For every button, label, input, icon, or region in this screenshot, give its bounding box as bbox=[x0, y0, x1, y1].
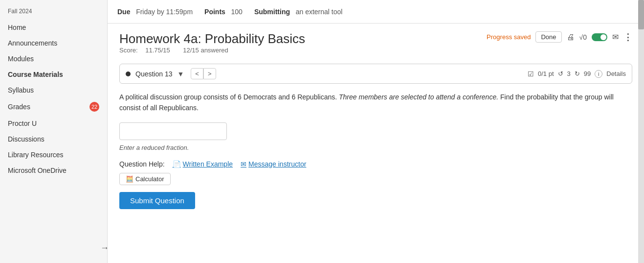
sidebar-item-label: Proctor U bbox=[8, 120, 37, 127]
answer-hint: Enter a reduced fraction. bbox=[119, 144, 632, 151]
sidebar-item-modules[interactable]: Modules bbox=[0, 51, 107, 67]
more-options-icon[interactable]: ⋮ bbox=[623, 32, 632, 43]
sidebar: Fall 2024 Home Announcements Modules Cou… bbox=[0, 0, 108, 263]
question-nav-bar: Question 13 ▼ < > ☑ 0/1 pt ↺ 3 ↻ 99 i De… bbox=[119, 64, 632, 84]
main-content: Due Friday by 11:59pm Points 100 Submitt… bbox=[108, 0, 644, 263]
scroll-track bbox=[638, 0, 644, 263]
formula-icon[interactable]: √0 bbox=[579, 33, 587, 41]
info-icon: i bbox=[595, 70, 602, 78]
sidebar-item-label: Library Resources bbox=[8, 151, 64, 159]
question-nav-left: Question 13 ▼ < > bbox=[126, 68, 216, 79]
sidebar-item-library-resources[interactable]: Library Resources bbox=[0, 147, 107, 163]
sidebar-item-microsoft-onedrive[interactable]: Microsoft OneDrive bbox=[0, 163, 107, 178]
answer-input[interactable] bbox=[119, 122, 227, 140]
sidebar-item-label: Home bbox=[8, 24, 26, 31]
score-text: 0/1 pt bbox=[538, 70, 554, 77]
mail-icon[interactable]: ✉ bbox=[612, 32, 619, 42]
calculator-icon: 🧮 bbox=[126, 175, 133, 183]
prev-question-button[interactable]: < bbox=[191, 68, 203, 79]
points-label: Points bbox=[204, 8, 225, 16]
semester-label: Fall 2024 bbox=[0, 5, 107, 20]
question-text: A political discussion group consists of… bbox=[119, 92, 632, 114]
sidebar-item-label: Announcements bbox=[8, 39, 57, 47]
sidebar-item-discussions[interactable]: Discussions bbox=[0, 131, 107, 147]
calculator-row: 🧮 Calculator bbox=[119, 173, 632, 185]
next-question-button[interactable]: > bbox=[203, 68, 216, 79]
assignment-meta: Score: 11.75/15 12/15 answered bbox=[119, 47, 305, 54]
question-nav-right: ☑ 0/1 pt ↺ 3 ↻ 99 i Details bbox=[528, 70, 626, 78]
question-label: Question 13 bbox=[135, 70, 173, 78]
submitting-value: an external tool bbox=[296, 8, 343, 16]
sidebar-item-syllabus[interactable]: Syllabus bbox=[0, 82, 107, 98]
toggle-switch[interactable] bbox=[592, 33, 607, 41]
top-bar: Due Friday by 11:59pm Points 100 Submitt… bbox=[108, 0, 644, 24]
points-value: 100 bbox=[231, 8, 243, 16]
question-status-dot bbox=[126, 72, 131, 76]
sidebar-collapse-icon[interactable]: →| bbox=[100, 243, 108, 253]
message-instructor-link[interactable]: ✉ Message instructor bbox=[241, 160, 306, 168]
assignment-header: Homework 4a: Probability Basics Score: 1… bbox=[119, 31, 632, 61]
email-icon: ✉ bbox=[241, 160, 246, 168]
done-button[interactable]: Done bbox=[535, 31, 561, 43]
message-instructor-label: Message instructor bbox=[248, 160, 306, 168]
sidebar-item-label: Discussions bbox=[8, 135, 44, 143]
sidebar-item-label: Course Materials bbox=[8, 71, 63, 78]
due-label: Due bbox=[117, 8, 130, 16]
document-icon: 📄 bbox=[173, 160, 181, 168]
assignment-title: Homework 4a: Probability Basics bbox=[119, 31, 305, 47]
details-link[interactable]: Details bbox=[606, 70, 626, 77]
sidebar-item-grades[interactable]: Grades 22 bbox=[0, 98, 107, 116]
scroll-thumb[interactable] bbox=[638, 0, 644, 29]
answered-text: 12/15 answered bbox=[183, 47, 228, 54]
header-tools: Progress saved Done 🖨 √0 ✉ ⋮ bbox=[487, 31, 632, 43]
score-value: 11.75/15 bbox=[145, 47, 170, 54]
sidebar-item-announcements[interactable]: Announcements bbox=[0, 35, 107, 51]
calculator-button[interactable]: 🧮 Calculator bbox=[119, 173, 171, 185]
sidebar-item-course-materials[interactable]: Course Materials bbox=[0, 67, 107, 82]
grades-badge: 22 bbox=[89, 102, 99, 112]
sidebar-item-label: Syllabus bbox=[8, 86, 34, 94]
sidebar-item-label: Grades bbox=[8, 103, 30, 111]
due-value: Friday by 11:59pm bbox=[136, 8, 193, 16]
sidebar-item-label: Modules bbox=[8, 55, 34, 63]
sidebar-item-home[interactable]: Home bbox=[0, 20, 107, 35]
progress-saved-text: Progress saved bbox=[487, 33, 531, 41]
retries-count: 3 bbox=[567, 70, 571, 77]
sidebar-item-proctor-u[interactable]: Proctor U bbox=[0, 116, 107, 131]
question-help-row: Question Help: 📄 Written Example ✉ Messa… bbox=[119, 160, 632, 168]
sidebar-item-label: Microsoft OneDrive bbox=[8, 167, 67, 174]
retry-icon: ↺ bbox=[558, 70, 563, 77]
print-icon[interactable]: 🖨 bbox=[567, 33, 575, 42]
assignment-content: Homework 4a: Probability Basics Score: 1… bbox=[108, 24, 644, 263]
written-example-label: Written Example bbox=[183, 160, 233, 168]
checkbox-icon: ☑ bbox=[528, 70, 534, 78]
question-help-label: Question Help: bbox=[119, 160, 165, 168]
written-example-link[interactable]: 📄 Written Example bbox=[173, 160, 233, 168]
attempts-icon: ↻ bbox=[575, 70, 580, 77]
submitting-label: Submitting bbox=[254, 8, 290, 16]
attempts-count: 99 bbox=[584, 70, 591, 77]
score-label: Score: bbox=[119, 47, 138, 54]
calculator-label: Calculator bbox=[135, 175, 164, 183]
nav-buttons: < > bbox=[191, 68, 216, 79]
question-dropdown-icon[interactable]: ▼ bbox=[178, 70, 184, 78]
submit-question-button[interactable]: Submit Question bbox=[119, 192, 195, 209]
